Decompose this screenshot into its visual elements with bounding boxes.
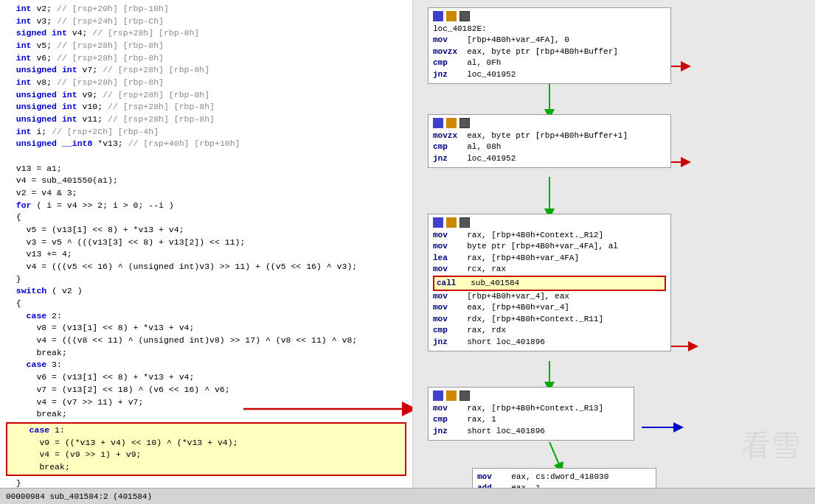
code-line: int v6; // [rsp+28h] [rbp-8h]: [6, 52, 406, 65]
code-line: v3 = v5 ^ (((v13[3] << 8) + v13[2]) << 1…: [6, 237, 406, 249]
code-line: v2 = v4 & 3;: [6, 187, 406, 200]
code-line: break;: [6, 408, 406, 421]
code-line: case 3:: [6, 359, 406, 371]
asm-instruction: jnz loc_401952: [433, 153, 666, 164]
block-icon-monitor-2: [459, 118, 470, 128]
asm-instruction: cmp rax, rdx: [433, 325, 666, 336]
asm-instruction: cmp al, 0Fh: [433, 57, 666, 69]
code-line: signed int v4; // [rsp+28h] [rbp-8h]: [6, 27, 406, 40]
asm-instruction: mov rdx, [rbp+4B0h+Context._R11]: [433, 314, 666, 325]
svg-line-7: [549, 442, 561, 468]
code-line: switch ( v2 ): [6, 285, 406, 298]
code-line: v6 = (v13[1] << 8) + *v13 + v4;: [6, 371, 406, 384]
block-header-4: [433, 391, 629, 401]
asm-block-2[interactable]: movzx eax, byte ptr [rbp+4B0h+Buffer+1] …: [428, 114, 671, 168]
code-line: break;: [6, 347, 406, 360]
asm-block-5[interactable]: mov eax, cs:dword_418030 add eax, 1 mov …: [472, 468, 656, 488]
block-icon-blue-3: [433, 217, 443, 228]
block-icon-monitor-3: [459, 217, 470, 228]
code-line: int v3; // [rsp+24h] [rbp-Ch]: [6, 15, 406, 28]
code-line: }: [6, 477, 406, 488]
code-line: {: [6, 298, 406, 310]
asm-instruction: movzx eax, byte ptr [rbp+4B0h+Buffer+1]: [433, 130, 666, 141]
asm-block-4[interactable]: mov rax, [rbp+4B0h+Context._R13] cmp rax…: [428, 387, 634, 441]
code-line: v4 = (v7 >> 11) + v7;: [6, 396, 406, 409]
asm-instruction: add eax, 1: [477, 483, 651, 488]
code-panel[interactable]: int v2; // [rsp+20h] [rbp-10h] int v3; /…: [0, 0, 413, 488]
asm-instruction: mov rax, [rbp+4B0h+Context._R13]: [433, 403, 629, 414]
code-line: v5 = (v13[1] << 8) + *v13 + v4;: [6, 224, 406, 237]
graph-panel[interactable]: loc_40182E: mov [rbp+4B0h+var_4FA], 0 mo…: [413, 0, 815, 488]
code-line: v9 = ((*v13 + v4) << 10) ^ (*v13 + v4);: [9, 437, 403, 449]
status-bar: 00000984 sub_401584:2 (401584): [0, 488, 815, 504]
code-line: case 2:: [6, 310, 406, 323]
code-line: v8 = (v13[1] << 8) + *v13 + v4;: [6, 322, 406, 335]
asm-instruction: mov [rbp+4B0h+var_4], eax: [433, 291, 666, 302]
code-block-top: int v2; // [rsp+20h] [rbp-10h] int v3; /…: [6, 3, 406, 421]
code-line: int v8; // [rsp+28h] [rbp-8h]: [6, 77, 406, 89]
code-line: v4 = (((v5 << 16) ^ (unsigned int)v3) >>…: [6, 261, 406, 273]
asm-instruction: jnz short loc_401896: [433, 337, 666, 348]
code-line: unsigned int v9; // [rsp+28h] [rbp-8h]: [6, 89, 406, 102]
block-icon-folder-4: [446, 391, 457, 401]
code-line: unsigned int v7; // [rsp+28h] [rbp-8h]: [6, 64, 406, 77]
block-icon-monitor-4: [459, 391, 470, 401]
code-line: [6, 150, 406, 163]
code-block-bottom: } v10 = (((8 * v4) ^ (unsigned int)v4) >…: [6, 477, 406, 488]
block-icon-folder-2: [446, 118, 457, 128]
code-line: {: [6, 211, 406, 224]
asm-block-1[interactable]: loc_40182E: mov [rbp+4B0h+var_4FA], 0 mo…: [428, 7, 671, 84]
block-header-1: [433, 11, 666, 21]
asm-instruction: cmp al, 08h: [433, 141, 666, 153]
code-line: int v2; // [rsp+20h] [rbp-10h]: [6, 3, 406, 15]
asm-instruction: jnz short loc_401896: [433, 426, 629, 437]
block-icon-monitor: [459, 11, 470, 21]
asm-instruction: movzx eax, byte ptr [rbp+4B0h+Buffer]: [433, 46, 666, 57]
block-icon-folder-3: [446, 217, 457, 228]
code-line: int v5; // [rsp+28h] [rbp-8h]: [6, 40, 406, 52]
highlighted-code-block: case 1: v9 = ((*v13 + v4) << 10) ^ (*v13…: [6, 422, 406, 476]
asm-label: loc_40182E:: [433, 24, 666, 35]
code-line: unsigned int v10; // [rsp+28h] [rbp-8h]: [6, 101, 406, 113]
code-line: v4 = (v9 >> 1) + v9;: [9, 449, 403, 461]
code-line: case 1:: [9, 424, 403, 437]
asm-instruction: lea rax, [rbp+4B0h+var_4FA]: [433, 253, 666, 264]
block-icon-blue: [433, 11, 443, 21]
status-text: 00000984 sub_401584:2 (401584): [6, 492, 152, 501]
asm-instruction: mov rcx, rax: [433, 264, 666, 275]
code-line: v4 = sub_401550(a1);: [6, 175, 406, 187]
code-line: break;: [9, 461, 403, 474]
code-line: v7 = (v13[2] << 18) ^ (v6 << 16) ^ v6;: [6, 384, 406, 396]
block-header-3: [433, 217, 666, 228]
asm-call-instruction[interactable]: call sub_401584: [433, 276, 666, 291]
block-icon-blue-4: [433, 391, 443, 401]
asm-instruction: mov eax, cs:dword_418030: [477, 472, 651, 483]
code-line: v4 = (((v8 << 11) ^ (unsigned int)v8) >>…: [6, 335, 406, 347]
asm-instruction: mov [rbp+4B0h+var_4FA], 0: [433, 35, 666, 46]
asm-block-3[interactable]: mov rax, [rbp+4B0h+Context._R12] mov byt…: [428, 214, 671, 351]
code-line: for ( i = v4 >> 2; i > 0; --i ): [6, 200, 406, 212]
code-line: v13 = a1;: [6, 163, 406, 175]
code-line: v13 += 4;: [6, 248, 406, 261]
code-line: unsigned int v11; // [rsp+28h] [rbp-8h]: [6, 113, 406, 126]
asm-instruction: mov rax, [rbp+4B0h+Context._R12]: [433, 230, 666, 241]
asm-instruction: jnz loc_401952: [433, 69, 666, 80]
asm-instruction: mov byte ptr [rbp+4B0h+var_4FA], al: [433, 241, 666, 252]
code-line: }: [6, 273, 406, 286]
code-line: int i; // [rsp+2Ch] [rbp-4h]: [6, 126, 406, 139]
asm-instruction: cmp rax, 1: [433, 414, 629, 425]
block-icon-folder: [446, 11, 457, 21]
asm-instruction: mov eax, [rbp+4B0h+var_4]: [433, 302, 666, 313]
code-line: unsigned __int8 *v13; // [rsp+40h] [rbp+…: [6, 138, 406, 150]
block-icon-blue-2: [433, 118, 443, 128]
block-header-2: [433, 118, 666, 128]
